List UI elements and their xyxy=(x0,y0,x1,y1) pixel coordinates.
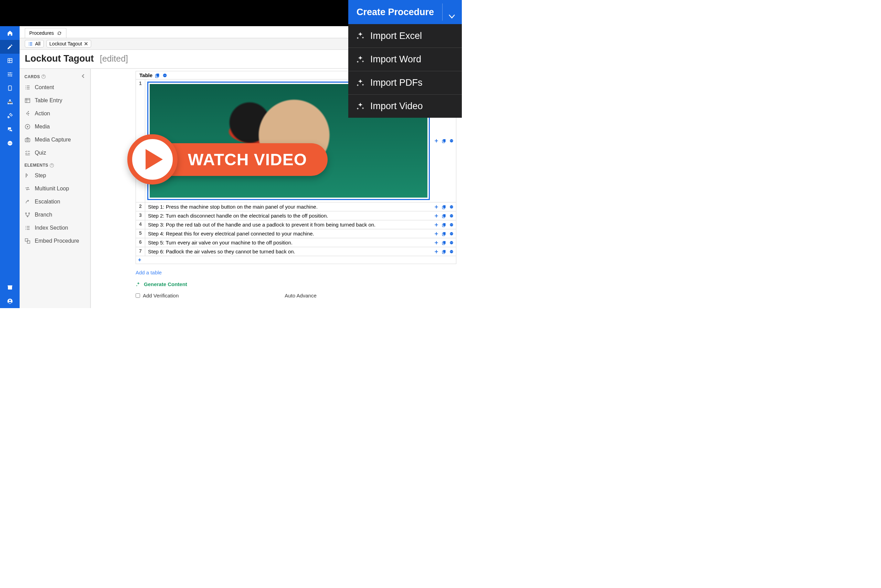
sparkle-icon xyxy=(356,102,365,111)
rail-grid[interactable] xyxy=(0,54,19,68)
create-procedure-button[interactable]: Create Procedure xyxy=(348,0,462,24)
more-icon[interactable] xyxy=(449,240,454,245)
svg-point-11 xyxy=(10,143,10,144)
procedures-tab[interactable]: Procedures xyxy=(25,28,66,38)
help-icon[interactable] xyxy=(49,163,54,168)
row-text[interactable]: Step 2: Turn each disconnect handle on t… xyxy=(145,212,432,220)
svg-point-79 xyxy=(452,251,452,252)
el-step[interactable]: Step xyxy=(19,169,90,182)
options-row: Add Verification Auto Advance xyxy=(136,292,456,298)
rail-archive[interactable] xyxy=(0,280,19,294)
svg-rect-14 xyxy=(7,285,12,286)
more-icon[interactable] xyxy=(449,231,454,236)
plus-icon[interactable] xyxy=(434,231,439,236)
plus-icon[interactable] xyxy=(434,249,439,254)
table-row[interactable]: 7 Step 6: Padlock the air valves so they… xyxy=(136,247,456,256)
row-text[interactable]: Step 6: Padlock the air valves so they c… xyxy=(145,247,432,256)
card-table-entry[interactable]: Table Entry xyxy=(19,94,90,107)
plus-icon[interactable] xyxy=(434,222,439,227)
help-icon[interactable] xyxy=(41,74,46,79)
copy-icon[interactable] xyxy=(442,204,446,209)
add-table-link[interactable]: Add a table xyxy=(136,270,162,275)
rail-sliders[interactable] xyxy=(0,68,19,81)
play-circle[interactable] xyxy=(127,134,178,184)
pill-all[interactable]: All xyxy=(25,40,44,48)
svg-point-65 xyxy=(451,233,451,234)
camera-icon xyxy=(24,136,31,143)
collapse-sidebar-button[interactable] xyxy=(81,74,85,80)
card-media[interactable]: Media xyxy=(19,120,90,133)
svg-point-4 xyxy=(10,90,10,90)
import-video-item[interactable]: Import Video xyxy=(348,94,462,118)
plus-icon[interactable] xyxy=(434,240,439,245)
import-excel-item[interactable]: Import Excel xyxy=(348,24,462,48)
row-text[interactable]: Step 5: Turn every air valve on your mac… xyxy=(145,238,432,247)
el-escalation[interactable]: Escalation xyxy=(19,195,90,208)
row-text[interactable]: Step 3: Pop the red tab out of the handl… xyxy=(145,220,432,229)
table-row[interactable]: 5 Step 4: Repeat this for every electric… xyxy=(136,229,456,238)
rail-chat[interactable] xyxy=(0,123,19,136)
plus-icon[interactable] xyxy=(434,213,439,218)
plus-icon[interactable] xyxy=(434,138,439,143)
row-text[interactable]: Step 4: Repeat this for every electrical… xyxy=(145,229,432,238)
rail-more[interactable] xyxy=(0,136,19,150)
table-row[interactable]: 6 Step 5: Turn every air valve on your m… xyxy=(136,238,456,247)
card-quiz[interactable]: Quiz xyxy=(19,146,90,159)
add-verification-checkbox[interactable] xyxy=(136,293,140,298)
sparkle-icon xyxy=(356,78,365,87)
more-icon[interactable] xyxy=(162,73,168,78)
menu-item-label: Import Excel xyxy=(370,31,422,41)
el-multiunit[interactable]: Multiunit Loop xyxy=(19,182,90,195)
plus-icon[interactable] xyxy=(434,204,439,209)
card-content[interactable]: Content xyxy=(19,81,90,94)
menu-divider xyxy=(442,3,443,21)
card-action[interactable]: Action xyxy=(19,107,90,120)
close-icon[interactable] xyxy=(84,42,88,46)
pill-current[interactable]: Lockout Tagout xyxy=(46,40,91,48)
el-index[interactable]: Index Section xyxy=(19,221,90,234)
chat-icon xyxy=(7,126,13,132)
el-branch[interactable]: Branch xyxy=(19,208,90,221)
more-icon[interactable] xyxy=(449,138,454,143)
import-word-item[interactable]: Import Word xyxy=(348,48,462,71)
page-title: Lockout Tagout [edited] xyxy=(25,53,128,64)
table-row[interactable]: 3 Step 2: Turn each disconnect handle on… xyxy=(136,211,456,220)
rail-device[interactable] xyxy=(0,81,19,95)
svg-point-16 xyxy=(9,300,10,301)
el-embed[interactable]: Embed Procedure xyxy=(19,234,90,248)
copy-icon[interactable] xyxy=(442,249,446,254)
rail-edit[interactable] xyxy=(0,40,19,54)
branch-icon xyxy=(24,212,31,218)
table-row[interactable]: 2 Step 1: Press the machine stop button … xyxy=(136,202,456,211)
rail-tools[interactable] xyxy=(0,109,19,123)
svg-point-28 xyxy=(28,213,30,214)
more-icon[interactable] xyxy=(449,204,454,209)
verify-label: Add Verification xyxy=(143,292,178,298)
rail-account[interactable] xyxy=(0,294,19,308)
svg-point-55 xyxy=(452,216,452,216)
rail-home[interactable] xyxy=(0,26,19,40)
copy-icon[interactable] xyxy=(442,231,446,236)
refresh-icon[interactable] xyxy=(57,31,62,36)
svg-rect-6 xyxy=(7,103,9,104)
watch-video-overlay[interactable]: WATCH VIDEO xyxy=(127,134,328,184)
add-row-button[interactable]: + xyxy=(136,256,456,264)
copy-icon[interactable] xyxy=(442,222,446,227)
copy-icon[interactable] xyxy=(442,213,446,218)
copy-icon[interactable] xyxy=(442,138,446,143)
embed-icon xyxy=(24,238,31,244)
rail-org[interactable] xyxy=(0,95,19,109)
import-pdfs-item[interactable]: Import PDFs xyxy=(348,71,462,94)
row-number: 3 xyxy=(136,212,145,220)
table-row[interactable]: 4 Step 3: Pop the red tab out of the han… xyxy=(136,220,456,229)
more-icon[interactable] xyxy=(449,213,454,218)
card-media-capture[interactable]: Media Capture xyxy=(19,133,90,146)
more-icon[interactable] xyxy=(449,222,454,227)
side-label: Media xyxy=(35,124,50,130)
copy-icon[interactable] xyxy=(154,73,160,78)
more-icon[interactable] xyxy=(449,249,454,254)
generate-content-button[interactable]: Generate Content xyxy=(136,279,456,292)
row-text[interactable]: Step 1: Press the machine stop button on… xyxy=(145,202,432,211)
chevron-down-icon[interactable] xyxy=(449,10,455,21)
copy-icon[interactable] xyxy=(442,240,446,245)
